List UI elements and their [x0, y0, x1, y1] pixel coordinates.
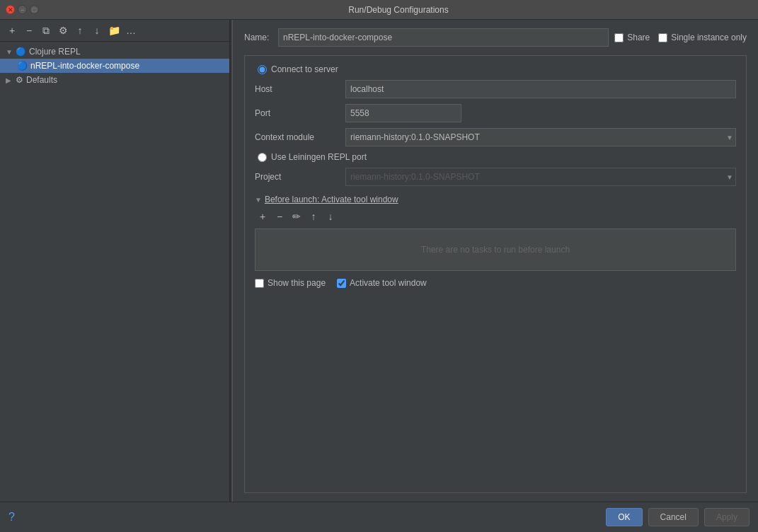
title-bar: ✕ − □ Run/Debug Configurations	[0, 0, 758, 20]
clojure-repl-icon: 🔵	[16, 47, 26, 57]
project-label: Project	[255, 172, 340, 182]
move-down-config-button[interactable]: ↓	[89, 23, 105, 38]
single-instance-checkbox-label[interactable]: Single instance only	[658, 33, 747, 42]
before-launch-down-button[interactable]: ↓	[323, 209, 338, 224]
folder-config-button[interactable]: 📁	[106, 23, 122, 38]
name-input[interactable]	[278, 28, 609, 47]
window-controls[interactable]: ✕ − □	[6, 5, 39, 14]
defaults-label: Defaults	[26, 75, 57, 85]
window-title: Run/Debug Configurations	[45, 5, 752, 15]
share-checkbox-label[interactable]: Share	[614, 33, 650, 42]
before-launch-remove-button[interactable]: −	[272, 209, 287, 224]
defaults-icon: ⚙	[16, 75, 23, 85]
host-row: Host	[255, 80, 736, 98]
use-leiningen-label: Use Leiningen REPL port	[271, 152, 367, 162]
left-panel: + − ⧉ ⚙ ↑ ↓ 📁 … ▼ 🔵 Clojure REPL 🔵 nREPL…	[0, 20, 230, 502]
right-panel: Name: Share Single instance only Connect…	[233, 20, 758, 502]
settings-config-button[interactable]: ⚙	[55, 23, 71, 38]
config-form: Connect to server Host Port Context modu…	[244, 55, 747, 493]
nrepl-label: nREPL-into-docker-compose	[30, 61, 139, 71]
help-icon[interactable]: ?	[8, 511, 15, 524]
before-launch-area: There are no tasks to run before launch	[255, 229, 736, 271]
nrepl-icon: 🔵	[17, 61, 28, 71]
host-label: Host	[255, 84, 340, 94]
activate-tool-window-checkbox[interactable]	[337, 279, 346, 288]
single-instance-label: Single instance only	[671, 33, 747, 42]
minimize-button[interactable]: −	[18, 5, 27, 14]
use-leiningen-radio[interactable]	[258, 153, 267, 162]
before-launch-toolbar: + − ✏ ↑ ↓	[255, 207, 736, 226]
before-launch-header[interactable]: ▼ Before launch: Activate tool window	[255, 195, 736, 204]
maximize-button[interactable]: □	[30, 5, 39, 14]
defaults-arrow: ▶	[6, 76, 13, 84]
move-up-config-button[interactable]: ↑	[72, 23, 88, 38]
connect-to-server-radio[interactable]	[258, 65, 267, 74]
connect-to-server-label: Connect to server	[271, 64, 338, 74]
name-row: Name: Share Single instance only	[244, 28, 747, 47]
activate-tool-window-label: Activate tool window	[350, 278, 427, 288]
port-row: Port	[255, 104, 736, 122]
tree-group-clojure-repl[interactable]: ▼ 🔵 Clojure REPL	[0, 45, 229, 59]
show-this-page-checkbox-label[interactable]: Show this page	[255, 278, 326, 288]
tree-item-nrepl[interactable]: 🔵 nREPL-into-docker-compose	[0, 59, 229, 73]
single-instance-checkbox[interactable]	[658, 33, 667, 42]
more-config-button[interactable]: …	[123, 23, 139, 38]
host-input[interactable]	[345, 80, 736, 98]
show-this-page-label: Show this page	[268, 278, 326, 288]
context-module-select[interactable]: riemann-history:0.1.0-SNAPSHOT	[345, 128, 736, 146]
share-checkbox[interactable]	[614, 33, 624, 42]
tree-collapse-arrow: ▼	[6, 48, 13, 56]
port-input[interactable]	[345, 104, 461, 122]
add-config-button[interactable]: +	[4, 23, 20, 38]
config-tree: ▼ 🔵 Clojure REPL 🔵 nREPL-into-docker-com…	[0, 42, 229, 502]
use-leiningen-row[interactable]: Use Leiningen REPL port	[255, 152, 736, 162]
bottom-bar: ? OK Cancel Apply	[0, 502, 758, 532]
activate-tool-window-checkbox-label[interactable]: Activate tool window	[337, 278, 427, 288]
context-module-row: Context module riemann-history:0.1.0-SNA…	[255, 128, 736, 146]
project-row: Project riemann-history:0.1.0-SNAPSHOT ▼	[255, 168, 736, 186]
close-button[interactable]: ✕	[6, 5, 15, 14]
ok-button[interactable]: OK	[606, 508, 642, 526]
cancel-button[interactable]: Cancel	[648, 508, 699, 526]
name-label: Name:	[244, 33, 272, 42]
remove-config-button[interactable]: −	[21, 23, 37, 38]
before-launch-collapse-icon: ▼	[255, 196, 262, 204]
before-launch-empty-text: There are no tasks to run before launch	[421, 245, 570, 255]
show-this-page-checkbox[interactable]	[255, 279, 264, 288]
bottom-checkboxes: Show this page Activate tool window	[255, 278, 736, 288]
before-launch-title: Before launch: Activate tool window	[265, 195, 398, 204]
main-content: + − ⧉ ⚙ ↑ ↓ 📁 … ▼ 🔵 Clojure REPL 🔵 nREPL…	[0, 20, 758, 502]
clojure-repl-label: Clojure REPL	[29, 47, 81, 57]
context-module-label: Context module	[255, 132, 340, 142]
project-select-wrapper: riemann-history:0.1.0-SNAPSHOT ▼	[345, 168, 736, 186]
share-row: Share Single instance only	[614, 33, 747, 42]
left-toolbar: + − ⧉ ⚙ ↑ ↓ 📁 …	[0, 20, 229, 42]
project-select[interactable]: riemann-history:0.1.0-SNAPSHOT	[345, 168, 736, 186]
apply-button[interactable]: Apply	[704, 508, 750, 526]
port-label: Port	[255, 108, 340, 118]
tree-item-defaults[interactable]: ▶ ⚙ Defaults	[0, 73, 229, 87]
context-module-select-wrapper: riemann-history:0.1.0-SNAPSHOT ▼	[345, 128, 736, 146]
copy-config-button[interactable]: ⧉	[38, 23, 54, 38]
share-label: Share	[627, 33, 650, 42]
before-launch-up-button[interactable]: ↑	[306, 209, 321, 224]
before-launch-edit-button[interactable]: ✏	[289, 209, 304, 224]
before-launch-add-button[interactable]: +	[255, 209, 270, 224]
connect-to-server-row[interactable]: Connect to server	[255, 64, 736, 74]
